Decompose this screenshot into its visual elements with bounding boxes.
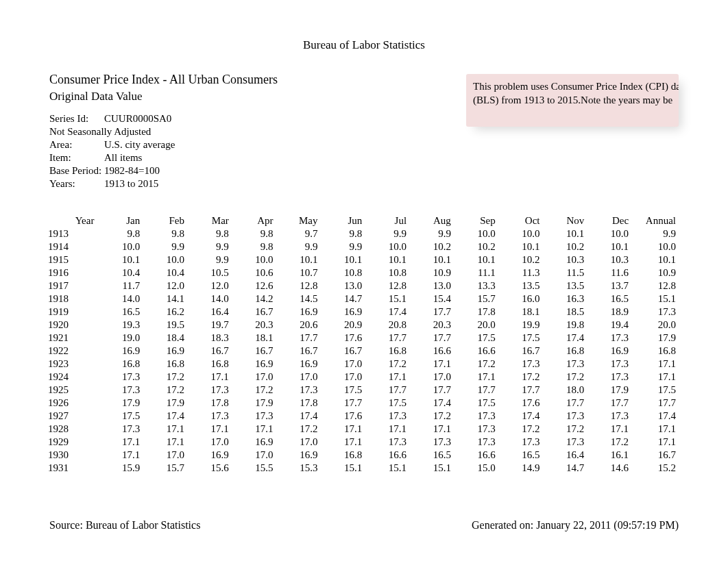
cell-value: 17.3 bbox=[232, 410, 276, 423]
cell-value: 15.5 bbox=[232, 462, 276, 475]
cell-year: 1919 bbox=[48, 305, 98, 318]
cell-value: 17.0 bbox=[143, 449, 187, 462]
table-row: 192119.018.418.318.117.717.617.717.717.5… bbox=[48, 331, 679, 345]
cell-value: 14.9 bbox=[498, 462, 543, 475]
cell-value: 17.1 bbox=[409, 358, 454, 371]
cell-value: 18.9 bbox=[587, 305, 631, 318]
cell-value: 17.0 bbox=[276, 436, 321, 449]
cell-value: 17.1 bbox=[631, 436, 679, 449]
cell-value: 20.3 bbox=[409, 318, 454, 331]
footer-generated: Generated on: January 22, 2011 (09:57:19… bbox=[472, 519, 679, 531]
cell-value: 17.5 bbox=[320, 384, 365, 397]
cell-value: 13.0 bbox=[320, 279, 365, 292]
col-header-jan: Jan bbox=[98, 214, 143, 227]
cell-value: 20.0 bbox=[631, 318, 679, 331]
cell-value: 16.7 bbox=[631, 449, 679, 462]
meta-adjustment-value: Not Seasonally Adjusted bbox=[49, 126, 151, 138]
cell-value: 16.6 bbox=[365, 449, 409, 462]
cell-value: 18.1 bbox=[232, 331, 276, 345]
cell-value: 17.3 bbox=[498, 436, 543, 449]
cell-value: 17.3 bbox=[187, 410, 232, 423]
cell-value: 19.5 bbox=[143, 318, 187, 331]
table-row: 191510.110.09.910.010.110.110.110.110.11… bbox=[48, 253, 679, 266]
cell-value: 17.8 bbox=[187, 397, 232, 410]
cell-value: 16.8 bbox=[320, 449, 365, 462]
col-header-year: Year bbox=[48, 214, 98, 227]
cell-value: 14.2 bbox=[232, 292, 276, 305]
cell-value: 15.9 bbox=[98, 462, 143, 475]
subtitle-1: Consumer Price Index - All Urban Consume… bbox=[49, 73, 278, 87]
cell-value: 17.2 bbox=[542, 371, 587, 384]
table-row: 191814.014.114.014.214.514.715.115.415.7… bbox=[48, 292, 679, 305]
cell-value: 10.1 bbox=[587, 240, 631, 253]
cell-value: 17.0 bbox=[232, 371, 276, 384]
cell-value: 17.0 bbox=[409, 371, 454, 384]
table-row: 191916.516.216.416.716.916.917.417.717.8… bbox=[48, 305, 679, 318]
header-row: Consumer Price Index - All Urban Consume… bbox=[49, 73, 679, 191]
cell-value: 10.6 bbox=[232, 266, 276, 279]
cell-value: 17.7 bbox=[631, 397, 679, 410]
meta-area: Area: U.S. city average bbox=[49, 139, 278, 151]
cell-value: 17.3 bbox=[542, 410, 587, 423]
cell-value: 17.3 bbox=[187, 384, 232, 397]
meta-base-label: Base Period: bbox=[49, 165, 104, 177]
table-row: 192517.317.217.317.217.317.517.717.717.7… bbox=[48, 384, 679, 397]
cell-value: 15.3 bbox=[276, 462, 321, 475]
table-row: 191711.712.012.012.612.813.012.813.013.3… bbox=[48, 279, 679, 292]
cell-value: 17.3 bbox=[454, 436, 498, 449]
cell-value: 12.0 bbox=[187, 279, 232, 292]
cell-year: 1926 bbox=[48, 397, 98, 410]
cell-value: 17.4 bbox=[276, 410, 321, 423]
cell-value: 17.3 bbox=[587, 331, 631, 345]
cell-value: 17.1 bbox=[587, 423, 631, 436]
cell-value: 16.5 bbox=[409, 449, 454, 462]
cell-value: 16.7 bbox=[187, 345, 232, 358]
cell-year: 1917 bbox=[48, 279, 98, 292]
cell-value: 9.9 bbox=[365, 227, 409, 240]
cell-value: 17.3 bbox=[98, 423, 143, 436]
cell-value: 17.7 bbox=[587, 397, 631, 410]
cell-year: 1920 bbox=[48, 318, 98, 331]
cell-value: 17.2 bbox=[143, 384, 187, 397]
cell-value: 17.9 bbox=[143, 397, 187, 410]
meta-years-label: Years: bbox=[49, 178, 104, 190]
cell-value: 9.9 bbox=[187, 240, 232, 253]
cell-value: 17.3 bbox=[454, 410, 498, 423]
cell-value: 17.3 bbox=[365, 436, 409, 449]
col-header-mar: Mar bbox=[187, 214, 232, 227]
cell-year: 1929 bbox=[48, 436, 98, 449]
cell-value: 17.3 bbox=[98, 371, 143, 384]
meta-base-value: 1982-84=100 bbox=[104, 165, 160, 177]
meta-series-value: CUUR0000SA0 bbox=[104, 113, 171, 125]
cell-value: 20.0 bbox=[454, 318, 498, 331]
cell-value: 10.1 bbox=[542, 227, 587, 240]
cell-value: 19.8 bbox=[542, 318, 587, 331]
cell-value: 16.5 bbox=[98, 305, 143, 318]
cell-value: 13.7 bbox=[587, 279, 631, 292]
cell-value: 10.8 bbox=[365, 266, 409, 279]
cell-value: 14.5 bbox=[276, 292, 321, 305]
cell-value: 10.7 bbox=[276, 266, 321, 279]
cell-value: 17.1 bbox=[320, 423, 365, 436]
cell-value: 12.6 bbox=[232, 279, 276, 292]
cell-value: 14.0 bbox=[98, 292, 143, 305]
cell-value: 12.8 bbox=[276, 279, 321, 292]
cell-value: 17.1 bbox=[365, 423, 409, 436]
cell-value: 17.1 bbox=[454, 371, 498, 384]
meta-series-label: Series Id: bbox=[49, 113, 104, 125]
col-header-aug: Aug bbox=[409, 214, 454, 227]
cell-value: 19.0 bbox=[98, 331, 143, 345]
cell-value: 15.7 bbox=[454, 292, 498, 305]
cell-year: 1914 bbox=[48, 240, 98, 253]
cell-value: 16.4 bbox=[542, 449, 587, 462]
cell-year: 1916 bbox=[48, 266, 98, 279]
cell-value: 17.0 bbox=[187, 436, 232, 449]
cell-value: 17.2 bbox=[454, 358, 498, 371]
cell-value: 10.0 bbox=[498, 227, 543, 240]
table-row: 192917.117.117.016.917.017.117.317.317.3… bbox=[48, 436, 679, 449]
table-row: 192417.317.217.117.017.017.017.117.017.1… bbox=[48, 371, 679, 384]
cell-value: 13.5 bbox=[542, 279, 587, 292]
cell-value: 19.3 bbox=[98, 318, 143, 331]
cell-year: 1921 bbox=[48, 331, 98, 345]
cell-value: 9.8 bbox=[320, 227, 365, 240]
